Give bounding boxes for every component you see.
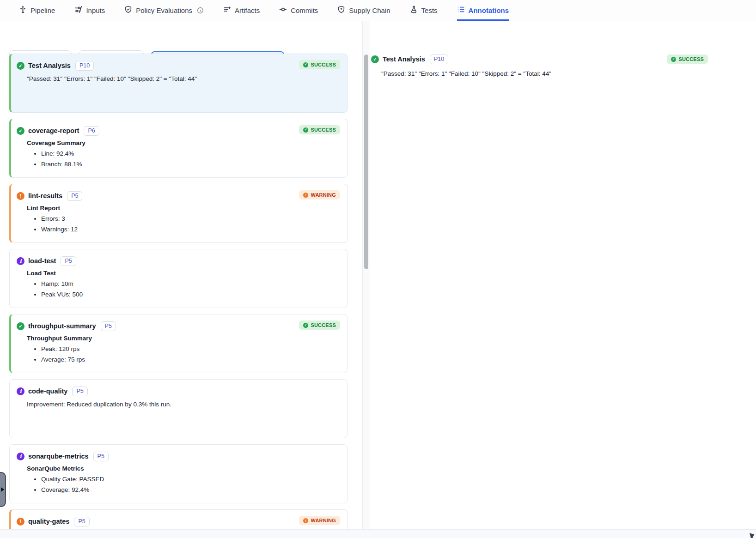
annotations-icon — [457, 6, 465, 15]
annotation-title: code-quality — [28, 387, 67, 395]
annotation-bullets: Peak: 120 rps Average: 75 rps — [27, 344, 340, 365]
status-badge: SUCCESS — [299, 320, 340, 330]
annotation-bullets: Quality Gate: PASSED Coverage: 92.4% — [27, 474, 340, 495]
bullet-item: Peak VUs: 500 — [41, 289, 340, 300]
info-icon — [17, 453, 24, 460]
commits-icon — [279, 6, 287, 15]
tab-supply-chain[interactable]: Supply Chain — [337, 0, 390, 21]
tests-icon — [410, 6, 418, 15]
status-badge-label: WARNING — [311, 192, 336, 198]
annotation-text: "Passed: 31" "Errors: 1" "Failed: 10" "S… — [27, 74, 340, 84]
priority-badge: P10 — [430, 54, 448, 64]
scrollbar-thumb[interactable] — [364, 54, 368, 269]
info-icon — [17, 387, 24, 395]
warning-icon — [303, 518, 308, 523]
annotations-page: Pipeline Inputs Policy Evaluations Artif… — [0, 0, 756, 538]
annotation-title: load-test — [28, 257, 56, 265]
tab-label: Supply Chain — [349, 6, 390, 14]
detail-header: Test Analysis P10 SUCCESS — [371, 54, 708, 65]
annotation-heading: Coverage Summary — [27, 139, 340, 146]
bullet-item: Errors: 3 — [41, 213, 340, 224]
tab-label: Artifacts — [235, 6, 260, 14]
detail-text: "Passed: 31" "Errors: 1" "Failed: 10" "S… — [381, 70, 708, 77]
tab-tests[interactable]: Tests — [410, 0, 438, 21]
detail-title: Test Analysis — [383, 55, 425, 63]
success-icon — [17, 62, 24, 70]
info-icon — [17, 257, 24, 265]
policy-evaluations-icon — [124, 6, 132, 15]
bullet-item: Line: 92.4% — [41, 148, 340, 159]
annotation-detail-pane: Test Analysis P10 SUCCESS "Passed: 31" "… — [370, 21, 756, 529]
annotation-card-test-analysis[interactable]: Test Analysis P10 SUCCESS "Passed: 31" "… — [9, 54, 348, 113]
warning-icon — [303, 193, 308, 198]
annotation-heading: Throughput Summary — [27, 335, 340, 342]
status-badge-label: WARNING — [311, 518, 336, 523]
priority-badge: P10 — [75, 61, 94, 71]
annotation-title: Test Analysis — [28, 62, 71, 69]
tab-label: Tests — [421, 6, 438, 14]
annotation-title: throughput-summary — [28, 322, 96, 330]
annotation-title: quality-gates — [28, 518, 69, 525]
annotations-list-pane: Status All Priority All — [0, 21, 370, 529]
bullet-item: Warnings: 12 — [41, 224, 340, 235]
status-badge: SUCCESS — [299, 60, 340, 69]
annotation-card-load-test[interactable]: load-test P5 Load Test Ramp: 10m Peak VU… — [9, 249, 348, 308]
annotation-bullets: Line: 92.4% Branch: 88.1% — [27, 148, 340, 169]
annotation-card-code-quality[interactable]: code-quality P5 Improvement: Reduced dup… — [9, 379, 348, 438]
annotation-card-sonarqube-metrics[interactable]: sonarqube-metrics P5 SonarQube Metrics Q… — [9, 444, 348, 503]
sidebar-expand-handle[interactable] — [0, 472, 6, 507]
tab-policy-evaluations[interactable]: Policy Evaluations — [124, 0, 204, 21]
annotations-list: Test Analysis P10 SUCCESS "Passed: 31" "… — [9, 54, 348, 529]
status-badge-label: SUCCESS — [311, 127, 336, 133]
bullet-item: Peak: 120 rps — [41, 344, 340, 354]
annotation-title: sonarqube-metrics — [28, 453, 89, 460]
tab-label: Policy Evaluations — [136, 6, 192, 14]
success-icon — [17, 322, 24, 330]
priority-badge: P5 — [61, 256, 76, 266]
annotation-card-coverage-report[interactable]: coverage-report P6 SUCCESS Coverage Summ… — [9, 119, 348, 178]
bullet-item: Average: 75 rps — [41, 354, 340, 365]
list-scrollbar — [362, 21, 370, 529]
bullet-item: Quality Gate: PASSED — [41, 474, 340, 484]
tab-artifacts[interactable]: Artifacts — [223, 0, 260, 21]
priority-badge: P5 — [93, 452, 109, 461]
tab-inputs[interactable]: Inputs — [74, 0, 105, 21]
annotation-card-quality-gates[interactable]: quality-gates P5 WARNING Quality Gates — [9, 509, 348, 529]
status-badge: SUCCESS — [299, 125, 340, 134]
success-icon — [671, 57, 676, 62]
annotation-heading: SonarQube Metrics — [27, 465, 340, 472]
annotation-heading: Load Test — [27, 270, 340, 277]
status-badge: SUCCESS — [667, 54, 708, 64]
tab-label: Inputs — [86, 6, 105, 14]
annotation-card-throughput-summary[interactable]: throughput-summary P5 SUCCESS Throughput… — [9, 314, 348, 373]
annotation-bullets: Ramp: 10m Peak VUs: 500 — [27, 278, 340, 300]
tab-bar: Pipeline Inputs Policy Evaluations Artif… — [0, 0, 756, 21]
pipeline-icon — [19, 6, 27, 15]
tab-pipeline[interactable]: Pipeline — [19, 0, 55, 21]
bullet-item: Coverage: 92.4% — [41, 484, 340, 495]
annotation-heading: Lint Report — [27, 205, 340, 212]
tab-label: Annotations — [469, 6, 509, 14]
success-icon — [303, 323, 308, 328]
annotation-text: Improvement: Reduced duplication by 0.3%… — [27, 400, 340, 409]
tab-commits[interactable]: Commits — [279, 0, 318, 21]
status-badge-label: SUCCESS — [311, 322, 336, 328]
warning-icon — [17, 518, 24, 526]
status-badge-label: SUCCESS — [311, 62, 336, 67]
priority-badge: P5 — [72, 387, 87, 396]
status-badge-label: SUCCESS — [678, 56, 704, 62]
priority-badge: P5 — [67, 191, 82, 201]
footer-strip — [0, 529, 756, 538]
expand-arrow-icon — [1, 487, 4, 492]
annotation-title: lint-results — [28, 192, 62, 199]
status-badge: WARNING — [299, 516, 340, 525]
supply-chain-icon — [337, 6, 345, 15]
annotation-title: coverage-report — [28, 127, 79, 134]
bullet-item: Branch: 88.1% — [41, 159, 340, 169]
priority-badge: P5 — [74, 517, 89, 526]
tab-annotations[interactable]: Annotations — [457, 0, 509, 21]
success-icon — [303, 127, 308, 133]
artifacts-icon — [223, 6, 231, 15]
tab-label: Commits — [291, 6, 318, 14]
annotation-card-lint-results[interactable]: lint-results P5 WARNING Lint Report Erro… — [9, 184, 348, 243]
